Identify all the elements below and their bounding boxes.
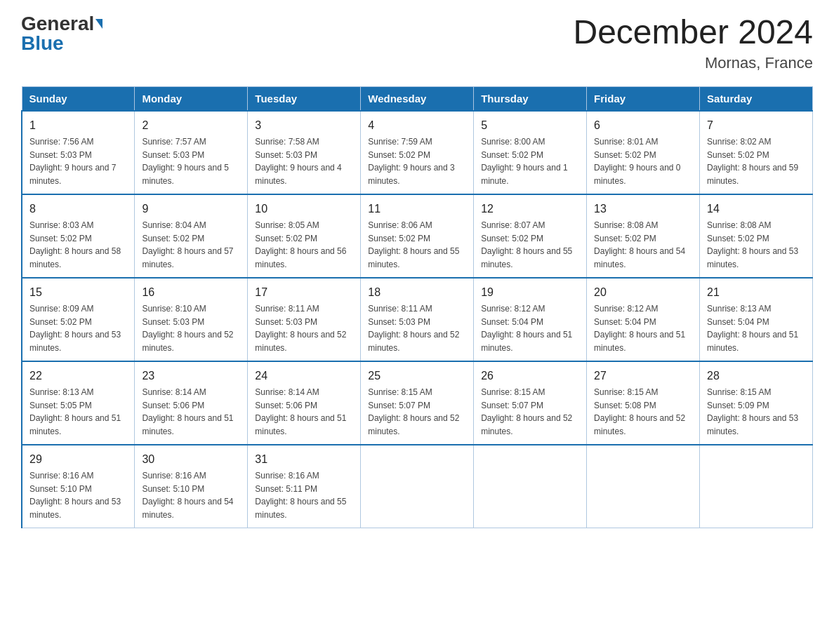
calendar-cell: 17 Sunrise: 8:11 AMSunset: 5:03 PMDaylig… (248, 278, 361, 361)
day-info: Sunrise: 8:08 AMSunset: 5:02 PMDaylight:… (707, 220, 798, 269)
day-number: 21 (707, 284, 805, 301)
calendar-header-sunday: Sunday (22, 86, 135, 111)
day-number: 29 (29, 451, 127, 468)
calendar-cell: 27 Sunrise: 8:15 AMSunset: 5:08 PMDaylig… (587, 361, 700, 445)
calendar-header-tuesday: Tuesday (248, 86, 361, 111)
day-number: 9 (142, 201, 240, 217)
calendar-cell: 6 Sunrise: 8:01 AMSunset: 5:02 PMDayligh… (587, 111, 700, 194)
calendar-cell (700, 445, 813, 528)
day-number: 17 (255, 284, 353, 301)
day-number: 14 (707, 201, 805, 217)
calendar-header: SundayMondayTuesdayWednesdayThursdayFrid… (22, 86, 813, 111)
day-number: 4 (368, 117, 466, 134)
day-info: Sunrise: 7:56 AMSunset: 5:03 PMDaylight:… (29, 137, 116, 186)
calendar-week-row: 8 Sunrise: 8:03 AMSunset: 5:02 PMDayligh… (22, 194, 813, 278)
calendar-cell: 5 Sunrise: 8:00 AMSunset: 5:02 PMDayligh… (474, 111, 587, 194)
title-block: December 2024 Mornas, France (573, 14, 813, 72)
day-info: Sunrise: 8:09 AMSunset: 5:02 PMDaylight:… (29, 304, 121, 353)
calendar-cell: 9 Sunrise: 8:04 AMSunset: 5:02 PMDayligh… (135, 194, 248, 278)
calendar-cell: 19 Sunrise: 8:12 AMSunset: 5:04 PMDaylig… (474, 278, 587, 361)
day-info: Sunrise: 8:15 AMSunset: 5:08 PMDaylight:… (594, 387, 685, 436)
day-number: 2 (142, 117, 240, 134)
logo-blue-text: Blue (21, 34, 64, 53)
day-number: 18 (368, 284, 466, 301)
calendar-cell: 13 Sunrise: 8:08 AMSunset: 5:02 PMDaylig… (587, 194, 700, 278)
location-title: Mornas, France (573, 54, 813, 72)
calendar-cell: 15 Sunrise: 8:09 AMSunset: 5:02 PMDaylig… (22, 278, 135, 361)
day-info: Sunrise: 8:12 AMSunset: 5:04 PMDaylight:… (594, 304, 685, 353)
calendar-cell: 18 Sunrise: 8:11 AMSunset: 5:03 PMDaylig… (361, 278, 474, 361)
day-number: 12 (481, 201, 579, 217)
day-number: 13 (594, 201, 692, 217)
day-number: 20 (594, 284, 692, 301)
day-info: Sunrise: 8:15 AMSunset: 5:07 PMDaylight:… (368, 387, 459, 436)
day-number: 1 (29, 117, 127, 134)
calendar-cell: 24 Sunrise: 8:14 AMSunset: 5:06 PMDaylig… (248, 361, 361, 445)
calendar-cell: 11 Sunrise: 8:06 AMSunset: 5:02 PMDaylig… (361, 194, 474, 278)
day-info: Sunrise: 8:03 AMSunset: 5:02 PMDaylight:… (29, 220, 121, 269)
day-number: 10 (255, 201, 353, 217)
day-info: Sunrise: 8:04 AMSunset: 5:02 PMDaylight:… (142, 220, 233, 269)
day-info: Sunrise: 8:15 AMSunset: 5:07 PMDaylight:… (481, 387, 572, 436)
day-number: 27 (594, 368, 692, 384)
day-number: 8 (29, 201, 127, 217)
day-number: 28 (707, 368, 805, 384)
day-info: Sunrise: 7:58 AMSunset: 5:03 PMDaylight:… (255, 137, 341, 186)
day-info: Sunrise: 8:16 AMSunset: 5:10 PMDaylight:… (142, 471, 233, 520)
day-info: Sunrise: 8:16 AMSunset: 5:10 PMDaylight:… (29, 471, 121, 520)
day-info: Sunrise: 8:02 AMSunset: 5:02 PMDaylight:… (707, 137, 798, 186)
calendar-cell: 22 Sunrise: 8:13 AMSunset: 5:05 PMDaylig… (22, 361, 135, 445)
day-info: Sunrise: 8:15 AMSunset: 5:09 PMDaylight:… (707, 387, 798, 436)
calendar-cell: 10 Sunrise: 8:05 AMSunset: 5:02 PMDaylig… (248, 194, 361, 278)
calendar-cell (361, 445, 474, 528)
calendar-cell: 2 Sunrise: 7:57 AMSunset: 5:03 PMDayligh… (135, 111, 248, 194)
day-info: Sunrise: 8:14 AMSunset: 5:06 PMDaylight:… (255, 387, 346, 436)
calendar-header-thursday: Thursday (474, 86, 587, 111)
day-number: 19 (481, 284, 579, 301)
calendar-cell: 30 Sunrise: 8:16 AMSunset: 5:10 PMDaylig… (135, 445, 248, 528)
calendar-cell: 14 Sunrise: 8:08 AMSunset: 5:02 PMDaylig… (700, 194, 813, 278)
day-info: Sunrise: 8:11 AMSunset: 5:03 PMDaylight:… (368, 304, 459, 353)
calendar-table: SundayMondayTuesdayWednesdayThursdayFrid… (21, 86, 813, 528)
calendar-header-saturday: Saturday (700, 86, 813, 111)
day-info: Sunrise: 8:01 AMSunset: 5:02 PMDaylight:… (594, 137, 680, 186)
calendar-week-row: 15 Sunrise: 8:09 AMSunset: 5:02 PMDaylig… (22, 278, 813, 361)
calendar-cell: 16 Sunrise: 8:10 AMSunset: 5:03 PMDaylig… (135, 278, 248, 361)
calendar-cell: 7 Sunrise: 8:02 AMSunset: 5:02 PMDayligh… (700, 111, 813, 194)
calendar-cell (474, 445, 587, 528)
calendar-cell: 31 Sunrise: 8:16 AMSunset: 5:11 PMDaylig… (248, 445, 361, 528)
day-number: 16 (142, 284, 240, 301)
day-info: Sunrise: 8:14 AMSunset: 5:06 PMDaylight:… (142, 387, 233, 436)
day-info: Sunrise: 8:11 AMSunset: 5:03 PMDaylight:… (255, 304, 346, 353)
day-info: Sunrise: 7:59 AMSunset: 5:02 PMDaylight:… (368, 137, 454, 186)
logo-arrow-icon (95, 19, 102, 29)
calendar-week-row: 1 Sunrise: 7:56 AMSunset: 5:03 PMDayligh… (22, 111, 813, 194)
calendar-header-monday: Monday (135, 86, 248, 111)
day-info: Sunrise: 8:13 AMSunset: 5:04 PMDaylight:… (707, 304, 798, 353)
calendar-cell: 20 Sunrise: 8:12 AMSunset: 5:04 PMDaylig… (587, 278, 700, 361)
calendar-header-friday: Friday (587, 86, 700, 111)
day-number: 30 (142, 451, 240, 468)
day-info: Sunrise: 8:13 AMSunset: 5:05 PMDaylight:… (29, 387, 121, 436)
logo: General Blue (21, 14, 102, 53)
day-info: Sunrise: 8:05 AMSunset: 5:02 PMDaylight:… (255, 220, 346, 269)
calendar-cell: 12 Sunrise: 8:07 AMSunset: 5:02 PMDaylig… (474, 194, 587, 278)
day-number: 22 (29, 368, 127, 384)
calendar-cell: 4 Sunrise: 7:59 AMSunset: 5:02 PMDayligh… (361, 111, 474, 194)
day-info: Sunrise: 8:08 AMSunset: 5:02 PMDaylight:… (594, 220, 685, 269)
day-number: 15 (29, 284, 127, 301)
calendar-body: 1 Sunrise: 7:56 AMSunset: 5:03 PMDayligh… (22, 111, 813, 528)
calendar-cell (587, 445, 700, 528)
day-number: 25 (368, 368, 466, 384)
day-info: Sunrise: 8:16 AMSunset: 5:11 PMDaylight:… (255, 471, 346, 520)
calendar-cell: 26 Sunrise: 8:15 AMSunset: 5:07 PMDaylig… (474, 361, 587, 445)
day-info: Sunrise: 8:07 AMSunset: 5:02 PMDaylight:… (481, 220, 572, 269)
day-number: 5 (481, 117, 579, 134)
day-number: 24 (255, 368, 353, 384)
day-info: Sunrise: 8:00 AMSunset: 5:02 PMDaylight:… (481, 137, 567, 186)
calendar-cell: 28 Sunrise: 8:15 AMSunset: 5:09 PMDaylig… (700, 361, 813, 445)
calendar-cell: 21 Sunrise: 8:13 AMSunset: 5:04 PMDaylig… (700, 278, 813, 361)
calendar-cell: 25 Sunrise: 8:15 AMSunset: 5:07 PMDaylig… (361, 361, 474, 445)
day-number: 7 (707, 117, 805, 134)
calendar-week-row: 22 Sunrise: 8:13 AMSunset: 5:05 PMDaylig… (22, 361, 813, 445)
